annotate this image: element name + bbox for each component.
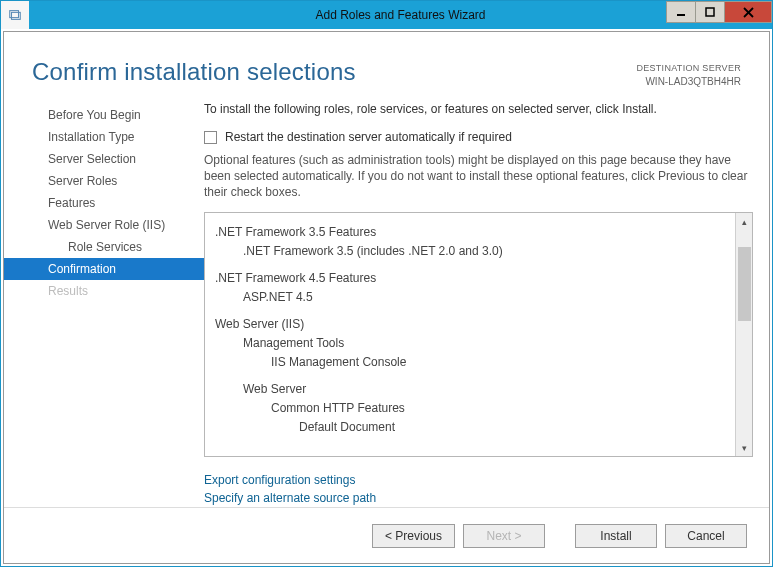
wizard-body: Confirm installation selections DESTINAT… (3, 31, 770, 564)
header-area: Confirm installation selections DESTINAT… (4, 32, 769, 88)
svg-line-4 (744, 8, 753, 17)
restart-checkbox-label: Restart the destination server automatic… (225, 130, 512, 144)
sidebar-item-results: Results (4, 280, 204, 302)
wizard-window: Add Roles and Features Wizard Confirm in… (0, 0, 773, 567)
svg-rect-3 (706, 8, 714, 16)
sidebar: Before You Begin Installation Type Serve… (4, 102, 204, 507)
sidebar-item-web-server-role-iis[interactable]: Web Server Role (IIS) (4, 214, 204, 236)
close-button[interactable] (724, 1, 772, 23)
scroll-down-icon[interactable]: ▾ (736, 439, 753, 456)
feature-item: Common HTTP Features (215, 399, 729, 418)
feature-item: .NET Framework 3.5 (includes .NET 2.0 an… (215, 242, 729, 261)
window-title: Add Roles and Features Wizard (29, 8, 772, 22)
feature-item: ASP.NET 4.5 (215, 288, 729, 307)
footer-button-row: < Previous Next > Install Cancel (4, 507, 769, 563)
cancel-button[interactable]: Cancel (665, 524, 747, 548)
scroll-up-icon[interactable]: ▴ (736, 213, 753, 230)
sidebar-item-installation-type[interactable]: Installation Type (4, 126, 204, 148)
feature-item: .NET Framework 3.5 Features (215, 223, 729, 242)
action-links: Export configuration settings Specify an… (204, 471, 753, 507)
sidebar-item-features[interactable]: Features (4, 192, 204, 214)
titlebar: Add Roles and Features Wizard (1, 1, 772, 29)
app-icon (1, 1, 29, 29)
main-panel: To install the following roles, role ser… (204, 102, 753, 507)
sidebar-item-server-selection[interactable]: Server Selection (4, 148, 204, 170)
restart-checkbox-row[interactable]: Restart the destination server automatic… (204, 130, 753, 144)
feature-item: Web Server (215, 380, 729, 399)
features-scrollbar[interactable]: ▴ ▾ (735, 213, 752, 456)
features-listbox: .NET Framework 3.5 Features .NET Framewo… (204, 212, 753, 457)
restart-checkbox[interactable] (204, 131, 217, 144)
previous-button[interactable]: < Previous (372, 524, 455, 548)
link-alternate-source-path[interactable]: Specify an alternate source path (204, 489, 753, 507)
feature-item: Management Tools (215, 334, 729, 353)
feature-item: IIS Management Console (215, 353, 729, 372)
content-row: Before You Begin Installation Type Serve… (4, 88, 769, 507)
maximize-button[interactable] (695, 1, 725, 23)
destination-label: DESTINATION SERVER (636, 62, 741, 75)
feature-item: Default Document (215, 418, 729, 437)
svg-line-5 (744, 8, 753, 17)
features-list[interactable]: .NET Framework 3.5 Features .NET Framewo… (205, 213, 735, 456)
minimize-button[interactable] (666, 1, 696, 23)
optional-note: Optional features (such as administratio… (204, 152, 753, 200)
sidebar-item-role-services[interactable]: Role Services (4, 236, 204, 258)
scroll-thumb[interactable] (738, 247, 751, 321)
page-title: Confirm installation selections (32, 58, 356, 88)
window-controls (667, 1, 772, 23)
sidebar-item-server-roles[interactable]: Server Roles (4, 170, 204, 192)
next-button: Next > (463, 524, 545, 548)
install-button[interactable]: Install (575, 524, 657, 548)
intro-text: To install the following roles, role ser… (204, 102, 753, 116)
sidebar-item-confirmation[interactable]: Confirmation (4, 258, 204, 280)
destination-server-block: DESTINATION SERVER WIN-LAD3QTBH4HR (636, 58, 741, 88)
link-export-configuration[interactable]: Export configuration settings (204, 471, 753, 489)
destination-name: WIN-LAD3QTBH4HR (636, 75, 741, 88)
sidebar-item-before-you-begin[interactable]: Before You Begin (4, 104, 204, 126)
feature-item: .NET Framework 4.5 Features (215, 269, 729, 288)
feature-item: Web Server (IIS) (215, 315, 729, 334)
